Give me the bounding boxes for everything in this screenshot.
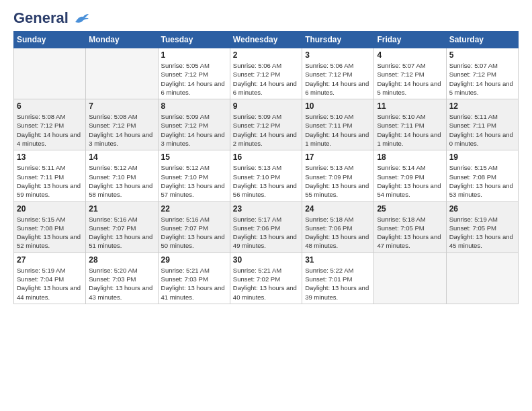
calendar-cell: 2Sunrise: 5:06 AMSunset: 7:12 PMDaylight… (230, 48, 302, 99)
cell-sun-info: Sunrise: 5:07 AMSunset: 7:12 PMDaylight:… (449, 61, 515, 97)
cell-sun-info: Sunrise: 5:18 AMSunset: 7:06 PMDaylight:… (305, 215, 371, 250)
page-container: General SundayMondayTuesdayWednesdayThur… (0, 0, 532, 311)
page-header: General (13, 11, 519, 24)
calendar-cell: 6Sunrise: 5:08 AMSunset: 7:12 PMDaylight… (14, 99, 86, 150)
calendar-cell (14, 48, 86, 99)
cell-sun-info: Sunrise: 5:09 AMSunset: 7:12 PMDaylight:… (161, 112, 227, 148)
cell-sun-info: Sunrise: 5:05 AMSunset: 7:12 PMDaylight:… (161, 61, 227, 97)
calendar-cell: 24Sunrise: 5:18 AMSunset: 7:06 PMDayligh… (302, 201, 374, 253)
calendar-cell: 18Sunrise: 5:14 AMSunset: 7:09 PMDayligh… (374, 150, 446, 201)
calendar-cell: 10Sunrise: 5:10 AMSunset: 7:11 PMDayligh… (302, 99, 374, 150)
cell-sun-info: Sunrise: 5:10 AMSunset: 7:11 PMDaylight:… (377, 112, 443, 148)
cell-day-number: 19 (449, 152, 515, 162)
cell-sun-info: Sunrise: 5:18 AMSunset: 7:05 PMDaylight:… (377, 215, 443, 250)
cell-sun-info: Sunrise: 5:10 AMSunset: 7:11 PMDaylight:… (305, 112, 371, 148)
calendar-cell: 15Sunrise: 5:12 AMSunset: 7:10 PMDayligh… (158, 150, 230, 201)
cell-sun-info: Sunrise: 5:12 AMSunset: 7:10 PMDaylight:… (89, 163, 154, 199)
calendar-cell: 21Sunrise: 5:16 AMSunset: 7:07 PMDayligh… (86, 201, 158, 253)
calendar-cell: 19Sunrise: 5:15 AMSunset: 7:08 PMDayligh… (446, 150, 518, 201)
cell-sun-info: Sunrise: 5:08 AMSunset: 7:12 PMDaylight:… (17, 112, 83, 148)
calendar-cell: 9Sunrise: 5:09 AMSunset: 7:12 PMDaylight… (230, 99, 302, 150)
day-header-friday: Friday (374, 32, 446, 48)
calendar-cell: 17Sunrise: 5:13 AMSunset: 7:09 PMDayligh… (302, 150, 374, 201)
calendar-cell: 12Sunrise: 5:11 AMSunset: 7:11 PMDayligh… (446, 99, 518, 150)
cell-sun-info: Sunrise: 5:21 AMSunset: 7:03 PMDaylight:… (161, 266, 227, 302)
cell-sun-info: Sunrise: 5:06 AMSunset: 7:12 PMDaylight:… (305, 61, 371, 97)
cell-day-number: 14 (89, 152, 154, 162)
calendar-cell: 1Sunrise: 5:05 AMSunset: 7:12 PMDaylight… (158, 48, 230, 99)
cell-day-number: 1 (161, 50, 227, 60)
cell-day-number: 21 (89, 204, 154, 214)
cell-day-number: 11 (377, 101, 443, 111)
cell-day-number: 12 (449, 101, 515, 111)
calendar-cell (86, 48, 158, 99)
cell-sun-info: Sunrise: 5:06 AMSunset: 7:12 PMDaylight:… (233, 61, 299, 97)
cell-day-number: 13 (17, 152, 83, 162)
cell-day-number: 17 (305, 152, 371, 162)
calendar-cell: 3Sunrise: 5:06 AMSunset: 7:12 PMDaylight… (302, 48, 374, 99)
cell-day-number: 6 (17, 101, 83, 111)
calendar-header-row: SundayMondayTuesdayWednesdayThursdayFrid… (14, 32, 519, 48)
day-header-saturday: Saturday (446, 32, 518, 48)
cell-sun-info: Sunrise: 5:13 AMSunset: 7:09 PMDaylight:… (305, 163, 371, 199)
calendar-cell: 5Sunrise: 5:07 AMSunset: 7:12 PMDaylight… (446, 48, 518, 99)
cell-sun-info: Sunrise: 5:09 AMSunset: 7:12 PMDaylight:… (233, 112, 299, 148)
cell-sun-info: Sunrise: 5:15 AMSunset: 7:08 PMDaylight:… (17, 215, 83, 250)
calendar-cell: 29Sunrise: 5:21 AMSunset: 7:03 PMDayligh… (158, 253, 230, 304)
cell-sun-info: Sunrise: 5:07 AMSunset: 7:12 PMDaylight:… (377, 61, 443, 97)
cell-day-number: 24 (305, 204, 371, 214)
calendar-week-row: 13Sunrise: 5:11 AMSunset: 7:11 PMDayligh… (14, 150, 519, 201)
calendar-week-row: 1Sunrise: 5:05 AMSunset: 7:12 PMDaylight… (14, 48, 519, 99)
cell-day-number: 4 (377, 50, 443, 60)
calendar-cell: 14Sunrise: 5:12 AMSunset: 7:10 PMDayligh… (86, 150, 158, 201)
calendar-cell: 25Sunrise: 5:18 AMSunset: 7:05 PMDayligh… (374, 201, 446, 253)
cell-day-number: 25 (377, 204, 443, 214)
calendar-cell: 30Sunrise: 5:21 AMSunset: 7:02 PMDayligh… (230, 253, 302, 304)
cell-sun-info: Sunrise: 5:19 AMSunset: 7:05 PMDaylight:… (449, 215, 515, 250)
calendar-cell: 4Sunrise: 5:07 AMSunset: 7:12 PMDaylight… (374, 48, 446, 99)
cell-day-number: 22 (161, 204, 227, 214)
cell-day-number: 16 (233, 152, 299, 162)
calendar-cell: 27Sunrise: 5:19 AMSunset: 7:04 PMDayligh… (14, 253, 86, 304)
cell-sun-info: Sunrise: 5:13 AMSunset: 7:10 PMDaylight:… (233, 163, 299, 199)
calendar-cell: 8Sunrise: 5:09 AMSunset: 7:12 PMDaylight… (158, 99, 230, 150)
cell-day-number: 30 (233, 255, 299, 265)
calendar-cell: 7Sunrise: 5:08 AMSunset: 7:12 PMDaylight… (86, 99, 158, 150)
calendar-cell: 31Sunrise: 5:22 AMSunset: 7:01 PMDayligh… (302, 253, 374, 304)
day-header-monday: Monday (86, 32, 158, 48)
cell-day-number: 5 (449, 50, 515, 60)
calendar-cell: 23Sunrise: 5:17 AMSunset: 7:06 PMDayligh… (230, 201, 302, 253)
logo: General (13, 11, 89, 24)
day-header-thursday: Thursday (302, 32, 374, 48)
calendar-cell: 28Sunrise: 5:20 AMSunset: 7:03 PMDayligh… (86, 253, 158, 304)
cell-sun-info: Sunrise: 5:16 AMSunset: 7:07 PMDaylight:… (89, 215, 154, 250)
cell-day-number: 28 (89, 255, 154, 265)
cell-day-number: 26 (449, 204, 515, 214)
cell-day-number: 27 (17, 255, 83, 265)
cell-day-number: 10 (305, 101, 371, 111)
cell-sun-info: Sunrise: 5:11 AMSunset: 7:11 PMDaylight:… (17, 163, 83, 199)
cell-day-number: 9 (233, 101, 299, 111)
calendar-table: SundayMondayTuesdayWednesdayThursdayFrid… (13, 31, 519, 304)
cell-sun-info: Sunrise: 5:20 AMSunset: 7:03 PMDaylight:… (89, 266, 154, 302)
calendar-cell: 26Sunrise: 5:19 AMSunset: 7:05 PMDayligh… (446, 201, 518, 253)
calendar-week-row: 27Sunrise: 5:19 AMSunset: 7:04 PMDayligh… (14, 253, 519, 304)
calendar-cell (446, 253, 518, 304)
cell-sun-info: Sunrise: 5:11 AMSunset: 7:11 PMDaylight:… (449, 112, 515, 148)
cell-day-number: 3 (305, 50, 371, 60)
logo-general: General (13, 11, 89, 26)
calendar-cell (374, 253, 446, 304)
day-header-tuesday: Tuesday (158, 32, 230, 48)
cell-day-number: 23 (233, 204, 299, 214)
cell-day-number: 7 (89, 101, 154, 111)
cell-sun-info: Sunrise: 5:21 AMSunset: 7:02 PMDaylight:… (233, 266, 299, 302)
cell-day-number: 2 (233, 50, 299, 60)
calendar-cell: 16Sunrise: 5:13 AMSunset: 7:10 PMDayligh… (230, 150, 302, 201)
cell-day-number: 18 (377, 152, 443, 162)
day-header-sunday: Sunday (14, 32, 86, 48)
calendar-cell: 11Sunrise: 5:10 AMSunset: 7:11 PMDayligh… (374, 99, 446, 150)
cell-sun-info: Sunrise: 5:08 AMSunset: 7:12 PMDaylight:… (89, 112, 154, 148)
cell-day-number: 31 (305, 255, 371, 265)
cell-day-number: 15 (161, 152, 227, 162)
cell-sun-info: Sunrise: 5:14 AMSunset: 7:09 PMDaylight:… (377, 163, 443, 199)
